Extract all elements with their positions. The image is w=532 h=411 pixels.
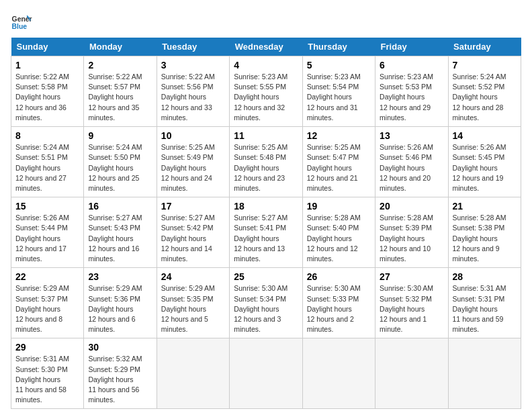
- day-number: 14: [453, 130, 517, 141]
- day-number: 24: [161, 271, 225, 282]
- calendar-body: 1 Sunrise: 5:22 AMSunset: 5:58 PMDayligh…: [11, 56, 521, 409]
- day-number: 21: [453, 201, 517, 212]
- calendar-week-row: 29 Sunrise: 5:31 AMSunset: 5:30 PMDaylig…: [11, 338, 521, 409]
- day-info: Sunrise: 5:23 AMSunset: 5:54 PMDaylight …: [307, 73, 361, 122]
- day-number: 3: [161, 60, 225, 71]
- calendar-day-cell: 8 Sunrise: 5:24 AMSunset: 5:51 PMDayligh…: [11, 127, 84, 197]
- day-info: Sunrise: 5:26 AMSunset: 5:46 PMDaylight …: [380, 143, 433, 192]
- day-info: Sunrise: 5:25 AMSunset: 5:48 PMDaylight …: [234, 143, 287, 192]
- calendar-day-header: Sunday: [11, 38, 84, 56]
- day-info: Sunrise: 5:23 AMSunset: 5:55 PMDaylight …: [234, 73, 287, 122]
- calendar-day-cell: 14 Sunrise: 5:26 AMSunset: 5:45 PMDaylig…: [448, 127, 521, 197]
- calendar-day-cell: 15 Sunrise: 5:26 AMSunset: 5:44 PMDaylig…: [11, 197, 84, 268]
- calendar-week-row: 8 Sunrise: 5:24 AMSunset: 5:51 PMDayligh…: [11, 127, 521, 197]
- calendar-day-cell: 10 Sunrise: 5:25 AMSunset: 5:49 PMDaylig…: [157, 127, 229, 197]
- calendar-table: SundayMondayTuesdayWednesdayThursdayFrid…: [11, 38, 521, 409]
- calendar-day-cell: 24 Sunrise: 5:29 AMSunset: 5:35 PMDaylig…: [157, 268, 229, 338]
- logo-icon: General Blue: [11, 11, 32, 32]
- calendar-day-cell: 7 Sunrise: 5:24 AMSunset: 5:52 PMDayligh…: [448, 56, 521, 127]
- calendar-day-cell: 1 Sunrise: 5:22 AMSunset: 5:58 PMDayligh…: [11, 56, 84, 127]
- calendar-day-cell: 6 Sunrise: 5:23 AMSunset: 5:53 PMDayligh…: [375, 56, 448, 127]
- calendar-day-header: Friday: [375, 38, 448, 56]
- calendar-week-row: 1 Sunrise: 5:22 AMSunset: 5:58 PMDayligh…: [11, 56, 521, 127]
- calendar-day-header: Tuesday: [157, 38, 229, 56]
- calendar-day-header: Saturday: [448, 38, 521, 56]
- calendar-day-cell: 2 Sunrise: 5:22 AMSunset: 5:57 PMDayligh…: [84, 56, 157, 127]
- calendar-day-cell: 28 Sunrise: 5:31 AMSunset: 5:31 PMDaylig…: [448, 268, 521, 338]
- calendar-header-row: SundayMondayTuesdayWednesdayThursdayFrid…: [11, 38, 521, 56]
- day-number: 26: [307, 271, 371, 282]
- day-number: 8: [15, 130, 79, 141]
- day-info: Sunrise: 5:28 AMSunset: 5:38 PMDaylight …: [453, 214, 506, 263]
- calendar-day-cell: 18 Sunrise: 5:27 AMSunset: 5:41 PMDaylig…: [230, 197, 302, 268]
- calendar-day-cell: [448, 338, 521, 409]
- day-info: Sunrise: 5:26 AMSunset: 5:44 PMDaylight …: [15, 214, 69, 263]
- day-info: Sunrise: 5:23 AMSunset: 5:53 PMDaylight …: [380, 73, 433, 122]
- calendar-day-cell: 16 Sunrise: 5:27 AMSunset: 5:43 PMDaylig…: [84, 197, 157, 268]
- calendar-week-row: 15 Sunrise: 5:26 AMSunset: 5:44 PMDaylig…: [11, 197, 521, 268]
- day-info: Sunrise: 5:27 AMSunset: 5:42 PMDaylight …: [161, 214, 215, 263]
- calendar-day-cell: 21 Sunrise: 5:28 AMSunset: 5:38 PMDaylig…: [448, 197, 521, 268]
- svg-text:Blue: Blue: [12, 23, 28, 30]
- day-number: 1: [15, 60, 79, 71]
- day-info: Sunrise: 5:29 AMSunset: 5:37 PMDaylight …: [15, 284, 69, 333]
- day-number: 12: [307, 130, 371, 141]
- calendar-day-cell: 30 Sunrise: 5:32 AMSunset: 5:29 PMDaylig…: [84, 338, 157, 409]
- calendar-day-cell: [157, 338, 229, 409]
- calendar-day-cell: 3 Sunrise: 5:22 AMSunset: 5:56 PMDayligh…: [157, 56, 229, 127]
- day-info: Sunrise: 5:30 AMSunset: 5:33 PMDaylight …: [307, 284, 361, 333]
- calendar-day-cell: [230, 338, 302, 409]
- day-number: 27: [380, 271, 443, 282]
- day-info: Sunrise: 5:29 AMSunset: 5:36 PMDaylight …: [88, 284, 142, 333]
- day-number: 16: [88, 201, 152, 212]
- calendar-day-cell: 13 Sunrise: 5:26 AMSunset: 5:46 PMDaylig…: [375, 127, 448, 197]
- day-number: 19: [307, 201, 371, 212]
- day-number: 29: [15, 342, 79, 353]
- day-info: Sunrise: 5:25 AMSunset: 5:47 PMDaylight …: [307, 143, 361, 192]
- day-info: Sunrise: 5:22 AMSunset: 5:56 PMDaylight …: [161, 73, 215, 122]
- logo: General Blue: [11, 11, 32, 32]
- calendar-day-cell: 27 Sunrise: 5:30 AMSunset: 5:32 PMDaylig…: [375, 268, 448, 338]
- day-number: 2: [88, 60, 152, 71]
- day-info: Sunrise: 5:32 AMSunset: 5:29 PMDaylight …: [88, 355, 142, 404]
- day-number: 30: [88, 342, 152, 353]
- calendar-day-cell: 26 Sunrise: 5:30 AMSunset: 5:33 PMDaylig…: [302, 268, 375, 338]
- day-info: Sunrise: 5:22 AMSunset: 5:58 PMDaylight …: [15, 73, 69, 122]
- calendar-day-header: Wednesday: [230, 38, 302, 56]
- calendar-day-header: Thursday: [302, 38, 375, 56]
- calendar-day-cell: 25 Sunrise: 5:30 AMSunset: 5:34 PMDaylig…: [230, 268, 302, 338]
- calendar-day-cell: [375, 338, 448, 409]
- day-number: 18: [234, 201, 298, 212]
- day-info: Sunrise: 5:28 AMSunset: 5:40 PMDaylight …: [307, 214, 361, 263]
- day-number: 15: [15, 201, 79, 212]
- day-info: Sunrise: 5:22 AMSunset: 5:57 PMDaylight …: [88, 73, 142, 122]
- day-info: Sunrise: 5:29 AMSunset: 5:35 PMDaylight …: [161, 284, 215, 333]
- day-number: 5: [307, 60, 371, 71]
- calendar-day-cell: 29 Sunrise: 5:31 AMSunset: 5:30 PMDaylig…: [11, 338, 84, 409]
- day-number: 11: [234, 130, 298, 141]
- day-info: Sunrise: 5:24 AMSunset: 5:51 PMDaylight …: [15, 143, 69, 192]
- calendar-day-cell: 11 Sunrise: 5:25 AMSunset: 5:48 PMDaylig…: [230, 127, 302, 197]
- day-number: 10: [161, 130, 225, 141]
- day-info: Sunrise: 5:28 AMSunset: 5:39 PMDaylight …: [380, 214, 433, 263]
- day-number: 9: [88, 130, 152, 141]
- day-number: 23: [88, 271, 152, 282]
- day-number: 20: [380, 201, 443, 212]
- calendar-day-cell: 20 Sunrise: 5:28 AMSunset: 5:39 PMDaylig…: [375, 197, 448, 268]
- calendar-day-cell: 4 Sunrise: 5:23 AMSunset: 5:55 PMDayligh…: [230, 56, 302, 127]
- day-info: Sunrise: 5:24 AMSunset: 5:52 PMDaylight …: [453, 73, 506, 122]
- calendar-day-cell: 19 Sunrise: 5:28 AMSunset: 5:40 PMDaylig…: [302, 197, 375, 268]
- calendar-day-cell: 9 Sunrise: 5:24 AMSunset: 5:50 PMDayligh…: [84, 127, 157, 197]
- day-number: 4: [234, 60, 298, 71]
- day-info: Sunrise: 5:24 AMSunset: 5:50 PMDaylight …: [88, 143, 142, 192]
- calendar-week-row: 22 Sunrise: 5:29 AMSunset: 5:37 PMDaylig…: [11, 268, 521, 338]
- day-number: 7: [453, 60, 517, 71]
- calendar-day-cell: 23 Sunrise: 5:29 AMSunset: 5:36 PMDaylig…: [84, 268, 157, 338]
- day-info: Sunrise: 5:31 AMSunset: 5:30 PMDaylight …: [15, 355, 69, 404]
- day-number: 22: [15, 271, 79, 282]
- calendar-day-cell: 22 Sunrise: 5:29 AMSunset: 5:37 PMDaylig…: [11, 268, 84, 338]
- calendar-day-header: Monday: [84, 38, 157, 56]
- day-info: Sunrise: 5:26 AMSunset: 5:45 PMDaylight …: [453, 143, 506, 192]
- day-number: 6: [380, 60, 443, 71]
- calendar-day-cell: 5 Sunrise: 5:23 AMSunset: 5:54 PMDayligh…: [302, 56, 375, 127]
